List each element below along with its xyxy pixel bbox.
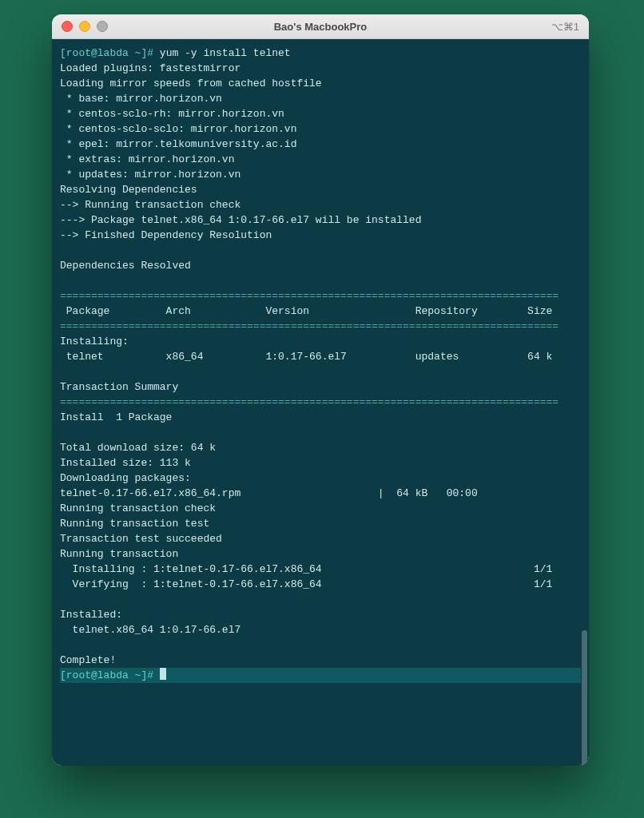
- command-text: [153, 669, 160, 681]
- output-line: Loaded plugins: fastestmirror: [60, 62, 241, 74]
- window-title: Bao's MacbookPro: [52, 21, 589, 33]
- output-line: * updates: mirror.horizon.vn: [60, 169, 241, 181]
- titlebar[interactable]: Bao's MacbookPro ⌥⌘1: [52, 14, 589, 39]
- output-line: Dependencies Resolved: [60, 260, 191, 272]
- table-header: Package Arch Version Repository Size: [60, 305, 552, 317]
- active-prompt-line[interactable]: [root@labda ~]#: [60, 668, 581, 683]
- terminal-window: Bao's MacbookPro ⌥⌘1 [root@labda ~]# yum…: [52, 14, 589, 765]
- output-line: ---> Package telnet.x86_64 1:0.17-66.el7…: [60, 214, 421, 226]
- output-line: Transaction Summary: [60, 381, 178, 393]
- prompt: [root@labda ~]#: [60, 47, 153, 59]
- output-line: Verifying : 1:telnet-0.17-66.el7.x86_64 …: [60, 578, 552, 590]
- output-line: * centos-sclo-rh: mirror.horizon.vn: [60, 108, 284, 120]
- table-row: telnet x86_64 1:0.17-66.el7 updates 64 k: [60, 351, 552, 363]
- zoom-icon[interactable]: [97, 21, 108, 32]
- output-line: Loading mirror speeds from cached hostfi…: [60, 77, 322, 89]
- output-line: Running transaction test: [60, 518, 209, 530]
- output-line: --> Running transaction check: [60, 199, 241, 211]
- output-line: Installed:: [60, 609, 122, 621]
- divider-line: ========================================…: [60, 396, 559, 408]
- output-line: Running transaction check: [60, 502, 216, 514]
- output-line: Resolving Dependencies: [60, 184, 197, 196]
- output-line: Total download size: 64 k: [60, 442, 216, 454]
- output-line: Installing : 1:telnet-0.17-66.el7.x86_64…: [60, 563, 552, 575]
- divider-line: ========================================…: [60, 320, 559, 332]
- divider-line: ========================================…: [60, 290, 559, 302]
- output-line: Installing:: [60, 336, 129, 347]
- command-text: yum -y install telnet: [153, 47, 291, 59]
- cursor-icon: [160, 668, 166, 680]
- minimize-icon[interactable]: [79, 21, 90, 32]
- output-line: Complete!: [60, 654, 116, 666]
- output-line: * base: mirror.horizon.vn: [60, 93, 222, 105]
- terminal-body[interactable]: [root@labda ~]# yum -y install telnet Lo…: [52, 39, 589, 765]
- output-line: * centos-sclo-sclo: mirror.horizon.vn: [60, 123, 296, 135]
- prompt: [root@labda ~]#: [60, 669, 153, 681]
- window-shortcut: ⌥⌘1: [551, 21, 579, 33]
- output-line: Downloading packages:: [60, 472, 191, 484]
- output-line: --> Finished Dependency Resolution: [60, 229, 272, 241]
- output-line: telnet-0.17-66.el7.x86_64.rpm | 64 kB 00…: [60, 487, 478, 499]
- output-line: * epel: mirror.telkomuniversity.ac.id: [60, 138, 296, 150]
- scrollbar-thumb[interactable]: [582, 630, 587, 765]
- close-icon[interactable]: [62, 21, 73, 32]
- output-line: * extras: mirror.horizon.vn: [60, 153, 234, 165]
- output-line: Transaction test succeeded: [60, 533, 222, 545]
- output-line: Install 1 Package: [60, 411, 172, 423]
- traffic-lights: [52, 21, 108, 32]
- output-line: telnet.x86_64 1:0.17-66.el7: [60, 624, 241, 636]
- output-line: Running transaction: [60, 548, 178, 560]
- output-line: Installed size: 113 k: [60, 457, 191, 469]
